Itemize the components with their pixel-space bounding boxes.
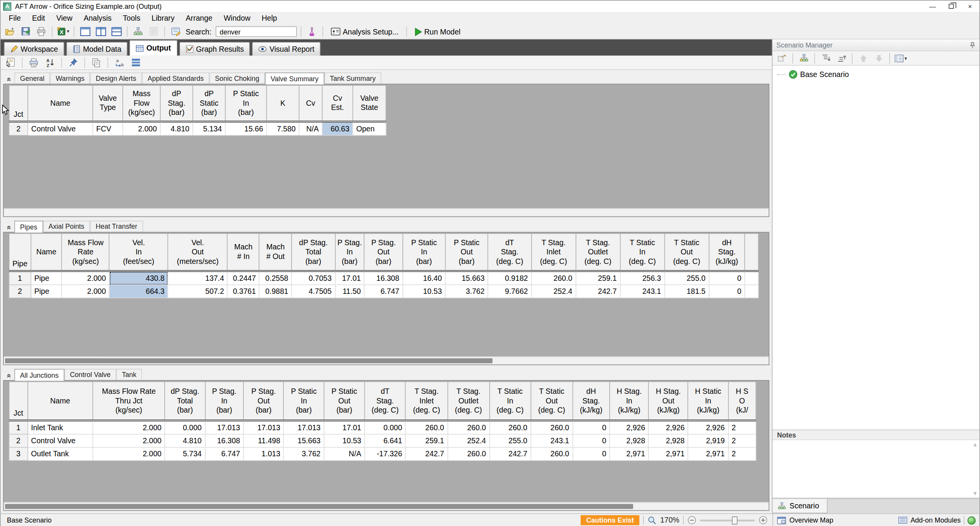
column-header[interactable]: T Stag. Outlet (deg. C): [448, 382, 489, 420]
collapse-all-icon[interactable]: [834, 52, 848, 64]
tab-pipes[interactable]: Pipes: [15, 221, 43, 233]
tab-all-junctions[interactable]: All Junctions: [15, 369, 64, 381]
cell[interactable]: 6.747: [205, 447, 243, 460]
print-output-icon[interactable]: [27, 56, 41, 69]
column-header[interactable]: dH Stag. (kJ/kg): [709, 234, 745, 271]
cell[interactable]: 0.000: [165, 421, 205, 434]
notes-scrollbar[interactable]: ▲ ▼: [970, 440, 979, 498]
tab-model-data[interactable]: Model Data: [66, 42, 128, 56]
cell[interactable]: 17.013: [244, 421, 284, 434]
cell[interactable]: 2,928: [610, 434, 649, 447]
cell[interactable]: 260.0: [448, 421, 489, 434]
cell[interactable]: Control Valve: [28, 121, 93, 135]
cell[interactable]: 4.7505: [292, 285, 335, 298]
cell[interactable]: 0: [573, 421, 610, 434]
collapse-summary-icon[interactable]: «: [5, 74, 14, 84]
column-header[interactable]: P Stag. Out (bar): [364, 234, 402, 271]
column-header[interactable]: Valve Type: [93, 85, 123, 122]
tab-graph-results[interactable]: Graph Results: [179, 42, 250, 56]
cell[interactable]: 2: [9, 121, 28, 135]
column-header[interactable]: T Stag. Outlet (deg. C): [576, 234, 620, 271]
cell[interactable]: 260.0: [531, 421, 573, 434]
cell[interactable]: 260.0: [489, 421, 531, 434]
collapse-pipes-icon[interactable]: «: [5, 223, 14, 233]
collapse-junctions-icon[interactable]: «: [5, 371, 14, 381]
menu-tools[interactable]: Tools: [117, 13, 146, 24]
section-splitter[interactable]: [3, 217, 769, 220]
cell[interactable]: 2,926: [688, 421, 728, 434]
cell[interactable]: 2: [9, 285, 31, 298]
cell[interactable]: 243.1: [531, 434, 573, 447]
cell[interactable]: 3.762: [445, 285, 488, 298]
column-header[interactable]: [745, 234, 759, 271]
cell[interactable]: 6.641: [365, 434, 406, 447]
cell[interactable]: 243.1: [620, 285, 664, 298]
scroll-down-icon[interactable]: ▼: [972, 490, 978, 496]
zoom-slider[interactable]: [700, 519, 755, 521]
cell[interactable]: 260.0: [531, 271, 576, 285]
column-header[interactable]: Jct: [9, 85, 28, 122]
zoom-out-icon[interactable]: [687, 516, 696, 524]
overview-map-button[interactable]: Overview Map: [789, 516, 833, 524]
cell[interactable]: Control Valve: [28, 434, 93, 447]
cell[interactable]: 17.013: [205, 421, 243, 434]
cell[interactable]: 15.66: [225, 121, 267, 135]
tab-tank[interactable]: Tank: [116, 369, 142, 380]
tab-heat-transfer[interactable]: Heat Transfer: [90, 221, 143, 232]
column-header[interactable]: T Static Out (deg. C): [531, 382, 573, 420]
save-icon[interactable]: [19, 25, 33, 38]
create-child-icon[interactable]: [775, 52, 789, 64]
junctions-hscrollbar[interactable]: [4, 502, 769, 510]
cautions-exist-badge[interactable]: Cautions Exist: [581, 515, 640, 525]
cell[interactable]: 252.4: [531, 285, 576, 298]
cell[interactable]: Open: [353, 121, 386, 135]
menu-window[interactable]: Window: [218, 13, 256, 24]
column-header[interactable]: Mach # In: [227, 234, 259, 271]
cell[interactable]: 0.9881: [259, 285, 292, 298]
column-header[interactable]: Mass Flow Rate Thru Jct (kg/sec): [93, 382, 165, 420]
column-header[interactable]: Name: [28, 85, 93, 122]
table-row[interactable]: 3Outlet Tank2.0005.7346.7471.0133.762N/A…: [9, 447, 756, 460]
cell[interactable]: 3.762: [284, 447, 324, 460]
menu-file[interactable]: File: [3, 13, 26, 24]
cell[interactable]: Outlet Tank: [28, 447, 93, 460]
column-header[interactable]: H S O (kJ/: [728, 382, 756, 420]
cell[interactable]: 5.734: [165, 447, 205, 460]
tab-workspace[interactable]: Workspace: [4, 42, 64, 56]
column-header[interactable]: P Stag. In (bar): [205, 382, 243, 420]
cell[interactable]: 0: [709, 271, 745, 285]
column-header[interactable]: P Static In (bar): [284, 382, 324, 420]
cell[interactable]: 1.013: [244, 447, 284, 460]
cell[interactable]: 60.63: [322, 121, 353, 135]
pin-results-icon[interactable]: [66, 56, 80, 69]
column-header[interactable]: P Static Out (bar): [324, 382, 365, 420]
cell[interactable]: 10.53: [324, 434, 365, 447]
cell[interactable]: 260.0: [531, 447, 573, 460]
column-header[interactable]: Mach # Out: [259, 234, 292, 271]
restore-button[interactable]: [942, 1, 960, 12]
cell[interactable]: 259.1: [406, 434, 447, 447]
cell[interactable]: 16.308: [364, 271, 402, 285]
cell[interactable]: 9.7662: [488, 285, 531, 298]
cell[interactable]: 3: [9, 447, 28, 460]
cell[interactable]: 2,926: [610, 421, 649, 434]
cell[interactable]: 664.3: [110, 285, 168, 298]
column-header[interactable]: Vel. In (feet/sec): [110, 234, 168, 271]
summary-hscrollbar[interactable]: [4, 208, 769, 216]
cell[interactable]: 242.7: [406, 447, 447, 460]
pipes-hscrollbar[interactable]: [4, 356, 769, 364]
print-icon[interactable]: [34, 25, 48, 38]
cell[interactable]: 1: [9, 271, 31, 285]
column-header[interactable]: H Stag. In (kJ/kg): [610, 382, 649, 420]
column-header[interactable]: Jct: [9, 382, 28, 420]
scenario-manager-icon[interactable]: [131, 25, 145, 38]
cell[interactable]: 11.50: [335, 285, 364, 298]
cell[interactable]: FCV: [93, 121, 123, 135]
cell[interactable]: 2.000: [62, 271, 109, 285]
output-control-icon[interactable]: [4, 56, 18, 69]
tab-scenario[interactable]: Scenario: [773, 499, 828, 513]
cell[interactable]: 0.3761: [227, 285, 259, 298]
column-header[interactable]: T Stag. Inlet (deg. C): [531, 234, 576, 271]
cell[interactable]: 0.9182: [488, 271, 531, 285]
window-split-vertical-icon[interactable]: [94, 25, 108, 38]
